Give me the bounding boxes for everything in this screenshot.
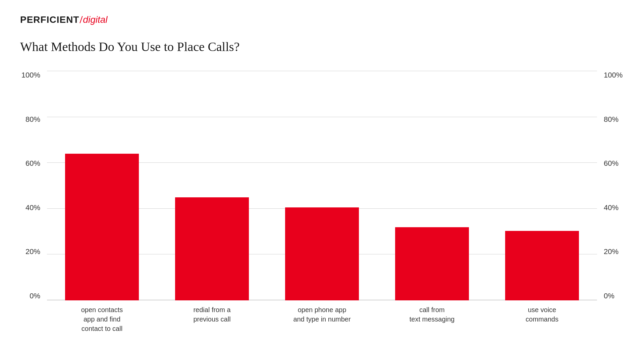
bar-label-voice-commands: use voicecommands: [526, 300, 558, 331]
chart-container: 100% 80% 60% 40% 20% 0% open contactsapp…: [20, 71, 624, 331]
bar-wrapper-open-phone: [267, 71, 377, 300]
bar-wrapper-redial: [157, 71, 267, 300]
bar-label-text-messaging: call fromtext messaging: [410, 300, 455, 331]
bar-open-contacts: [65, 154, 139, 300]
y-label-40-right: 40%: [604, 203, 619, 212]
bar-wrapper-text-messaging: [377, 71, 487, 300]
bars-area: open contactsapp and findcontact to call…: [47, 71, 597, 331]
bar-wrapper-open-contacts: [47, 71, 157, 300]
bar-redial: [175, 197, 249, 300]
y-label-0-right: 0%: [604, 292, 614, 300]
y-label-20-left: 20%: [25, 247, 40, 256]
y-label-0-left: 0%: [30, 292, 40, 300]
y-label-80-right: 80%: [604, 115, 619, 124]
y-label-40-left: 40%: [25, 203, 40, 212]
bar-label-open-phone: open phone appand type in number: [293, 300, 351, 331]
logo-digital: digital: [83, 14, 107, 25]
bar-wrapper-voice-commands: [487, 71, 597, 300]
y-label-60-right: 60%: [604, 159, 619, 168]
bar-group-voice-commands: use voicecommands: [487, 71, 597, 331]
bar-group-open-contacts: open contactsapp and findcontact to call: [47, 71, 157, 331]
y-label-100-right: 100%: [604, 71, 623, 80]
bar-label-redial: redial from aprevious call: [193, 300, 230, 331]
bar-open-phone: [285, 207, 359, 300]
bar-group-open-phone: open phone appand type in number: [267, 71, 377, 331]
y-label-20-right: 20%: [604, 247, 619, 256]
y-label-60-left: 60%: [25, 159, 40, 168]
page: PERFICIENT / digital What Methods Do You…: [0, 0, 644, 344]
y-axis-right: 100% 80% 60% 40% 20% 0%: [597, 71, 624, 331]
y-label-100-left: 100%: [21, 71, 40, 80]
chart-title: What Methods Do You Use to Place Calls?: [20, 39, 624, 54]
chart-body: open contactsapp and findcontact to call…: [47, 71, 597, 331]
bar-text-messaging: [395, 227, 469, 300]
bar-group-redial: redial from aprevious call: [157, 71, 267, 331]
logo-perficient: PERFICIENT: [20, 14, 79, 25]
bar-group-text-messaging: call fromtext messaging: [377, 71, 487, 331]
logo-slash: /: [79, 13, 83, 26]
bar-label-open-contacts: open contactsapp and findcontact to call: [81, 300, 123, 331]
y-label-80-left: 80%: [25, 115, 40, 124]
logo: PERFICIENT / digital: [20, 13, 624, 26]
y-axis-left: 100% 80% 60% 40% 20% 0%: [20, 71, 47, 331]
bar-voice-commands: [505, 231, 579, 300]
